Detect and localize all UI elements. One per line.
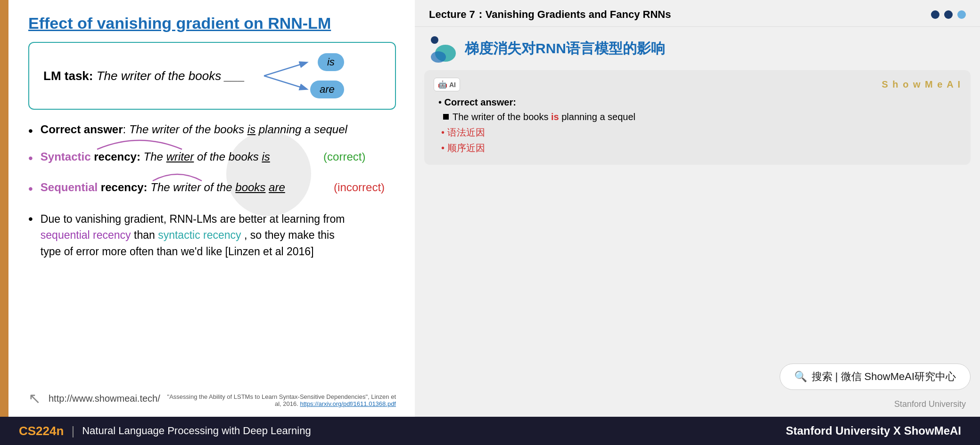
card-sub-pre: The writer of the books xyxy=(453,112,551,122)
right-spacer xyxy=(415,170,980,359)
red-bullet-1: • 语法近因 xyxy=(441,126,961,139)
card-sub-text: The writer of the books is planning a se… xyxy=(453,112,635,122)
bullet-vanishing: • Due to vanishing gradient, RNN-LMs are… xyxy=(28,211,396,264)
card-sub-rest: planning a sequel xyxy=(559,112,635,122)
footer-left: CS224n | Natural Language Processing wit… xyxy=(19,424,311,438)
search-bar-area: 🔍 搜索 | 微信 ShowMeAI研究中心 xyxy=(424,364,971,390)
red-text-2: 顺序近因 xyxy=(447,143,485,153)
stanford-logo-area: Stanford University xyxy=(415,395,980,417)
recency-label2: recency: xyxy=(94,150,140,163)
syntactic-arc-svg xyxy=(92,133,187,151)
bullet-sequential: • Sequential recency: The writer of the … xyxy=(28,181,396,197)
correct-badge: (correct) xyxy=(323,150,365,163)
svg-point-2 xyxy=(431,36,438,44)
are-bubble: are xyxy=(310,81,344,98)
ai-card-header: 🤖 AI S h o w M e A I xyxy=(434,78,961,91)
search-bar[interactable]: 🔍 搜索 | 微信 ShowMeAI研究中心 xyxy=(780,364,971,390)
sequential-label: Sequential xyxy=(41,181,98,194)
footer-separator: | xyxy=(71,424,74,438)
lecture-title: Lecture 7：Vanishing Gradients and Fancy … xyxy=(429,8,671,22)
chinese-title: 梯度消失对RNN语言模型的影响 xyxy=(465,39,665,58)
sequential-arc-svg xyxy=(149,170,206,183)
recency-label3: recency: xyxy=(101,181,148,194)
lecture-header: Lecture 7：Vanishing Gradients and Fancy … xyxy=(415,0,980,27)
so-they-text: , so they make this xyxy=(244,229,335,241)
is-bubble: is xyxy=(318,53,344,71)
vanishing-line3: type of error more often than we'd like … xyxy=(41,245,314,258)
slide-panel: Effect of vanishing gradient on RNN-LM L… xyxy=(0,0,415,417)
gray-circle xyxy=(226,131,311,216)
lm-task-label: LM task: xyxy=(43,69,93,83)
card-correct-label: Correct answer: xyxy=(445,97,516,107)
bullet-correct-answer: • Correct answer: The writer of the book… xyxy=(28,123,396,139)
slide-left-bar xyxy=(0,0,8,417)
dot-1 xyxy=(931,10,939,19)
sequential-text: The writer of the books are xyxy=(150,181,285,194)
card-correct-bullet: • Correct answer: xyxy=(438,97,961,108)
lm-task-content: LM task: The writer of the books ___ xyxy=(43,69,245,83)
ai-logo-box: 🤖 AI xyxy=(434,78,460,91)
word-bubbles: is are xyxy=(259,52,344,99)
black-square-icon xyxy=(443,114,449,120)
lm-task-box: LM task: The writer of the books ___ is … xyxy=(28,42,396,110)
right-panel: Lecture 7：Vanishing Gradients and Fancy … xyxy=(415,0,980,417)
syntactic-text: The writer of the books is xyxy=(144,150,270,163)
sequential-recency-text: sequential recency xyxy=(41,229,131,241)
search-text: 搜索 | 微信 ShowMeAI研究中心 xyxy=(812,370,956,384)
footer-right: Stanford University X ShowMeAI xyxy=(786,424,961,437)
vanishing-line1: Due to vanishing gradient, RNN-LMs are b… xyxy=(41,213,345,225)
syntactic-label: Syntactic xyxy=(41,150,91,163)
red-text-1: 语法近因 xyxy=(447,127,485,138)
red-bullet-2: • 顺序近因 xyxy=(441,142,961,154)
dot-2 xyxy=(944,10,953,19)
than-text: than xyxy=(134,229,158,241)
showmeai-label: S h o w M e A I xyxy=(881,79,961,90)
cursor-icon: ↖ xyxy=(28,389,41,407)
card-is: is xyxy=(551,112,559,122)
footer: CS224n | Natural Language Processing wit… xyxy=(0,417,980,445)
footer-subtitle: Natural Language Processing with Deep Le… xyxy=(82,425,311,437)
chinese-title-area: 梯度消失对RNN语言模型的影响 xyxy=(415,27,980,70)
citation-link[interactable]: https://arxiv.org/pdf/1611.01368.pdf xyxy=(300,400,396,407)
dot-3 xyxy=(957,10,966,19)
slide-url: http://www.showmeai.tech/ xyxy=(49,393,160,404)
search-icon: 🔍 xyxy=(794,371,807,383)
ai-card: 🤖 AI S h o w M e A I • Correct answer: T… xyxy=(424,70,971,165)
bullet-syntactic: • Syntactic recency: The writer of the b… xyxy=(28,150,396,166)
incorrect-badge: (incorrect) xyxy=(334,181,385,194)
stanford-university-text: Stanford University xyxy=(894,399,966,409)
svg-line-0 xyxy=(264,63,306,76)
syntactic-recency-text: syntactic recency xyxy=(158,229,241,241)
chinese-section-icon xyxy=(429,34,457,63)
slide-bottom-info: ↖ http://www.showmeai.tech/ "Assessing t… xyxy=(28,385,396,407)
lm-task-text: The writer of the books ___ xyxy=(97,69,245,83)
slide-title: Effect of vanishing gradient on RNN-LM xyxy=(28,14,396,32)
dots-row xyxy=(931,10,966,19)
citation-area: "Assessing the Ability of LSTMs to Learn… xyxy=(160,393,396,407)
bullet-list: • Correct answer: The writer of the book… xyxy=(28,123,396,275)
svg-line-1 xyxy=(264,76,306,89)
svg-point-4 xyxy=(431,51,446,63)
card-sub-bullet: The writer of the books is planning a se… xyxy=(443,112,961,122)
footer-course: CS224n xyxy=(19,424,64,438)
